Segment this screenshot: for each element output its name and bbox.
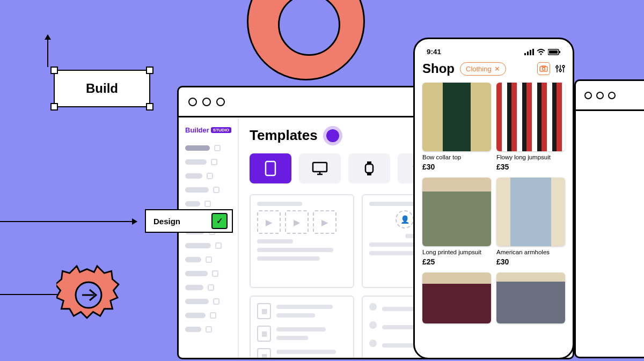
- close-icon[interactable]: ✕: [494, 65, 500, 73]
- sidebar-item[interactable]: [185, 298, 231, 305]
- sidebar-item[interactable]: [185, 187, 231, 193]
- user-icon: 👤: [396, 210, 414, 229]
- play-icon: ▶: [313, 210, 336, 234]
- product-image: [422, 272, 491, 323]
- filter-chip-label: Clothing: [466, 65, 492, 73]
- gear-icon: [56, 263, 121, 327]
- sidebar-item[interactable]: [185, 312, 231, 319]
- logo-text: Builder: [185, 126, 209, 134]
- svg-point-21: [556, 66, 558, 68]
- sidebar-item[interactable]: [185, 242, 231, 249]
- product-card[interactable]: Long printed jumpsuit £25: [422, 178, 491, 266]
- device-tab-monitor[interactable]: [299, 153, 341, 183]
- sliders-icon[interactable]: [555, 64, 565, 73]
- build-label: Build: [86, 81, 118, 96]
- svg-rect-12: [532, 49, 534, 55]
- product-card[interactable]: Flowy long jumpsuit £35: [496, 83, 565, 171]
- logo-badge: STUDIO: [211, 127, 231, 133]
- window-dot-icon: [596, 92, 604, 99]
- document-icon: ▦: [257, 348, 271, 358]
- sidebar-item[interactable]: [185, 270, 231, 277]
- window-minimize-icon[interactable]: [202, 98, 211, 106]
- svg-rect-11: [530, 50, 531, 55]
- product-price: £30: [496, 257, 565, 266]
- record-indicator-icon[interactable]: [326, 129, 339, 142]
- design-chip[interactable]: Design ✓: [145, 209, 233, 233]
- design-label: Design: [153, 217, 180, 226]
- svg-rect-3: [313, 163, 327, 172]
- window-maximize-icon[interactable]: [216, 98, 225, 106]
- play-icon: ▶: [257, 210, 281, 234]
- window-dot-icon: [608, 92, 616, 99]
- phone-status-bar: 9:41: [422, 47, 565, 61]
- document-icon: ▦: [257, 326, 271, 342]
- donut-decoration: [247, 0, 365, 80]
- svg-rect-16: [559, 51, 560, 53]
- sidebar-item[interactable]: [185, 159, 231, 165]
- arrow-right-icon: [0, 221, 137, 222]
- document-icon: ▦: [257, 303, 271, 319]
- sidebar-item[interactable]: [185, 173, 231, 179]
- phone-time: 9:41: [427, 48, 441, 56]
- device-tab-watch[interactable]: [348, 153, 390, 183]
- product-image: [422, 83, 491, 151]
- window-dot-icon: [584, 92, 592, 99]
- svg-rect-2: [266, 161, 275, 175]
- sidebar: Builder STUDIO: [179, 117, 239, 358]
- product-price: £25: [422, 257, 491, 266]
- svg-rect-6: [365, 164, 373, 173]
- product-price: £35: [496, 163, 565, 171]
- svg-rect-10: [527, 51, 529, 55]
- product-grid: Bow collar top £30 Flowy long jumpsuit £…: [422, 83, 565, 326]
- signal-icon: [524, 49, 534, 55]
- svg-point-23: [559, 69, 561, 71]
- product-name: Long printed jumpsuit: [422, 249, 491, 256]
- device-tab-mobile[interactable]: [250, 153, 291, 183]
- product-name: Bow collar top: [422, 154, 491, 161]
- templates-title: Templates: [250, 127, 318, 144]
- sidebar-item[interactable]: [185, 326, 231, 333]
- sidebar-item[interactable]: [185, 284, 231, 291]
- product-name: Flowy long jumpsuit: [496, 154, 565, 161]
- template-card[interactable]: ▦ ▦ ▦: [250, 296, 354, 358]
- product-card[interactable]: [496, 272, 565, 326]
- svg-point-25: [562, 65, 565, 68]
- resize-handle-tr[interactable]: [146, 67, 153, 74]
- product-image: [496, 272, 565, 323]
- shop-title: Shop: [422, 61, 455, 76]
- sidebar-item[interactable]: [185, 256, 231, 263]
- checkmark-icon: ✓: [211, 213, 228, 229]
- product-image: [422, 178, 491, 246]
- camera-icon[interactable]: [537, 62, 550, 75]
- battery-icon: [548, 49, 561, 55]
- filter-chip-clothing[interactable]: Clothing ✕: [460, 62, 506, 76]
- product-price: £30: [422, 163, 491, 171]
- product-card[interactable]: [422, 272, 491, 326]
- template-card[interactable]: ▶ ▶ ▶: [250, 194, 354, 288]
- svg-rect-15: [549, 50, 558, 54]
- sidebar-item[interactable]: [185, 201, 231, 207]
- product-image: [496, 178, 565, 246]
- svg-rect-9: [524, 53, 526, 55]
- sidebar-item[interactable]: [185, 145, 231, 151]
- svg-rect-8: [367, 173, 371, 175]
- resize-handle-bl[interactable]: [50, 103, 58, 110]
- phone-mockup: 9:41 Shop Clothing ✕ Bow coll: [413, 38, 574, 359]
- svg-rect-7: [367, 161, 371, 164]
- product-name: American armholes: [496, 249, 565, 256]
- background-window: [574, 79, 644, 358]
- arrow-up-icon: [47, 35, 48, 67]
- resize-handle-br[interactable]: [146, 103, 153, 110]
- product-card[interactable]: Bow collar top £30: [422, 83, 491, 171]
- builder-logo[interactable]: Builder STUDIO: [185, 126, 231, 134]
- product-image: [496, 83, 565, 151]
- svg-point-18: [543, 68, 545, 70]
- svg-point-13: [540, 53, 542, 55]
- product-card[interactable]: American armholes £30: [496, 178, 565, 266]
- wifi-icon: [537, 49, 545, 55]
- build-selection-box[interactable]: Build: [54, 70, 150, 107]
- resize-handle-tl[interactable]: [50, 67, 58, 74]
- play-icon: ▶: [285, 210, 309, 234]
- window-close-icon[interactable]: [188, 98, 197, 106]
